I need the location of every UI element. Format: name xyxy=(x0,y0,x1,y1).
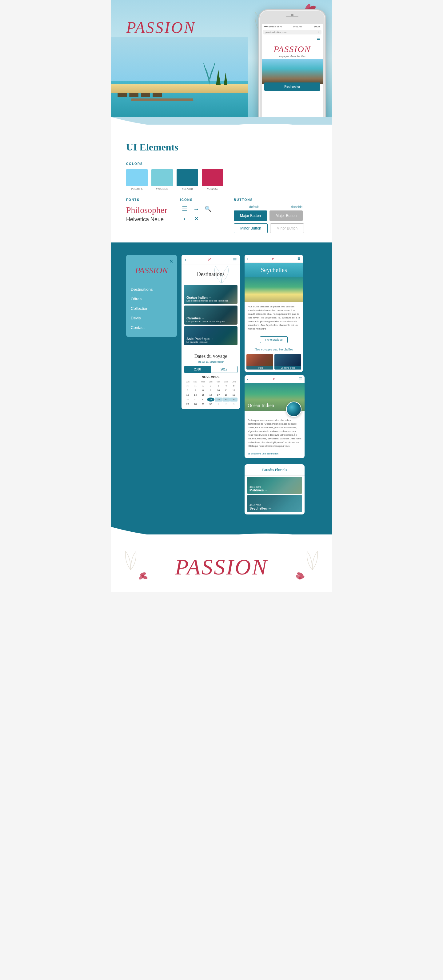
teal-plant-decoration xyxy=(203,54,215,86)
menu-close-icon[interactable]: ✕ xyxy=(169,258,173,264)
phone-url-bar[interactable]: passiondesiles.com ✕ xyxy=(263,30,321,35)
close-icon: ✕ xyxy=(318,31,320,33)
year-tab-2019[interactable]: 2019 xyxy=(211,366,237,372)
cal-day-12[interactable]: 12 xyxy=(230,388,238,392)
cal-day-6[interactable]: 6 xyxy=(184,388,191,392)
signal-strength: ▪▪▪▪ Sketch WiFi xyxy=(264,25,281,28)
day-dim: Dim xyxy=(230,380,238,383)
hotels-thumbnail[interactable]: Hôtels xyxy=(246,354,273,369)
cal-day-29[interactable]: 29 xyxy=(199,402,207,406)
cal-day-19[interactable]: 19 xyxy=(230,393,238,397)
dest-card-title-3: Asie Pacifique → xyxy=(186,337,214,340)
day-mar: Mar xyxy=(192,380,199,383)
cal-day-5[interactable]: 5 xyxy=(230,384,238,388)
cal-day-2b[interactable]: 2 xyxy=(222,402,230,406)
phone-url: passiondesiles.com xyxy=(265,31,286,33)
paradis-card-seychelles[interactable]: dès 1789€ Seychelles → xyxy=(247,495,302,512)
phone-speaker xyxy=(286,16,299,17)
phone-search-button[interactable]: Rechercher xyxy=(264,83,320,91)
seychelles-btn-container: Fiche pratique xyxy=(245,334,303,345)
cal-day-31a[interactable]: 31 xyxy=(192,384,199,388)
cal-day-17[interactable]: 17 xyxy=(215,393,222,397)
dest-card-ocean-indien[interactable]: Océan Indien → Les beautés infinies des … xyxy=(184,285,238,304)
dest-card-text-2: Caraïbes → Les perles au coeur des améri… xyxy=(186,316,225,323)
cal-day-1[interactable]: 1 xyxy=(199,384,207,388)
minor-button-default[interactable]: Minor Button xyxy=(234,223,268,233)
cal-day-20[interactable]: 20 xyxy=(184,398,191,401)
footer-leaf-right xyxy=(305,548,320,571)
phone-logo: PASSION xyxy=(262,42,323,55)
cal-day-26[interactable]: 26 xyxy=(230,398,238,401)
menu-item-collection[interactable]: Collection xyxy=(131,304,172,313)
cal-day-4[interactable]: 4 xyxy=(222,384,230,388)
phone-time: 9:41 AM xyxy=(293,25,302,28)
menu-item-devis[interactable]: Devis xyxy=(131,313,172,323)
phone-hamburger-menu[interactable]: ☰ xyxy=(262,35,323,42)
swatch-box-2 xyxy=(151,169,173,186)
dest-logo: P xyxy=(208,257,211,262)
seychelles-menu-icon[interactable]: ☰ xyxy=(297,257,300,261)
combined-thumbnail[interactable]: Combiné d'îles xyxy=(275,354,301,369)
cal-day-11[interactable]: 11 xyxy=(222,388,230,392)
cal-day-16[interactable]: 16 xyxy=(207,393,214,397)
oi-discover-link[interactable]: Je découvre une destination xyxy=(245,450,305,458)
cal-day-23[interactable]: 23 xyxy=(207,398,214,401)
dest-card-caraibes[interactable]: Caraïbes → Les perles au coeur des améri… xyxy=(184,305,238,325)
colors-section: COLORS #81D4F5 #79CEDB #15738B #C62655 xyxy=(126,162,317,191)
menu-item-contact[interactable]: Contact xyxy=(131,323,172,332)
cal-day-3[interactable]: 3 xyxy=(215,384,222,388)
oi-nav: ‹ P ☰ xyxy=(245,375,305,383)
dest-menu-icon[interactable]: ☰ xyxy=(233,257,237,262)
paradis-card-maldives[interactable]: dès 1589€ Maldives → xyxy=(247,477,302,494)
cal-day-28[interactable]: 28 xyxy=(192,402,199,406)
cal-day-10[interactable]: 10 xyxy=(215,388,222,392)
oi-description-text: Embarquez avec nous vers les plus belles… xyxy=(245,411,305,450)
cal-day-14[interactable]: 14 xyxy=(192,393,199,397)
paradis-seychelles-text: dès 1789€ Seychelles → xyxy=(249,504,272,510)
screen-row-1: ✕ PASSION Destinations Offres Collection… xyxy=(126,255,317,514)
hotels-label: Hôtels xyxy=(246,366,273,369)
dest-card-title-1: Océan Indien → xyxy=(186,296,229,299)
dest-card-subtitle-1: Les beautés infinies des îles lointaines xyxy=(186,299,229,302)
minor-button-disabled: Minor Button xyxy=(270,223,304,233)
seychelles-back-icon[interactable]: ‹ xyxy=(247,257,248,261)
cal-day-27[interactable]: 27 xyxy=(184,402,191,406)
swatch-label-2: #79CEDB xyxy=(151,188,173,191)
dest-back-icon[interactable]: ‹ xyxy=(184,257,186,262)
cal-day-9[interactable]: 9 xyxy=(207,388,214,392)
paradis-maldives-text: dès 1589€ Maldives → xyxy=(249,485,268,492)
cal-day-1b[interactable]: 1 xyxy=(215,402,222,406)
cal-day-8[interactable]: 8 xyxy=(199,388,207,392)
dest-card-asie[interactable]: Asie Pacifique → Le paradis retrouvé xyxy=(184,326,238,345)
menu-item-offres[interactable]: Offres xyxy=(131,294,172,304)
cal-day-18[interactable]: 18 xyxy=(222,393,230,397)
menu-item-destinations[interactable]: Destinations xyxy=(131,285,172,294)
cal-day-21[interactable]: 21 xyxy=(192,398,199,401)
cal-day-30a[interactable]: 30 xyxy=(184,384,191,388)
phone-hero-image xyxy=(262,59,323,84)
oi-back-icon[interactable]: ‹ xyxy=(247,377,248,381)
cal-day-13[interactable]: 13 xyxy=(184,393,191,397)
seychelles-price: dès 1789€ xyxy=(249,504,272,506)
phone-status-bar: ▪▪▪▪ Sketch WiFi 9:41 AM 100% xyxy=(262,24,323,29)
major-button-default[interactable]: Major Button xyxy=(234,210,267,221)
fonts-icons-buttons-row: FONTS Philosopher Helvetica Neue ICONS ☰… xyxy=(126,198,317,233)
cal-day-25[interactable]: 25 xyxy=(222,398,230,401)
seychelles-thumbnails: Hôtels Combiné d'îles xyxy=(245,353,303,372)
year-tab-2018[interactable]: 2018 xyxy=(184,366,211,372)
day-sam: Sam xyxy=(222,380,230,383)
fiche-pratique-button[interactable]: Fiche pratique xyxy=(260,336,287,343)
cal-day-3b[interactable]: 3 xyxy=(230,402,238,406)
cal-day-22[interactable]: 22 xyxy=(199,398,207,401)
cal-day-7[interactable]: 7 xyxy=(192,388,199,392)
cal-day-30b[interactable]: 30 xyxy=(207,402,214,406)
swatch-label-4: #C62655 xyxy=(202,188,223,191)
cal-day-24[interactable]: 24 xyxy=(215,398,222,401)
cal-day-15[interactable]: 15 xyxy=(199,393,207,397)
cal-day-2[interactable]: 2 xyxy=(207,384,214,388)
hero-passion-logo: PASSION xyxy=(126,19,196,37)
oi-menu-icon[interactable]: ☰ xyxy=(299,377,302,381)
voyages-seychelles-title: Nos voyages aux Seychelles xyxy=(245,345,303,353)
combined-label: Combiné d'îles xyxy=(275,366,301,369)
disable-label: disabble xyxy=(276,205,317,208)
